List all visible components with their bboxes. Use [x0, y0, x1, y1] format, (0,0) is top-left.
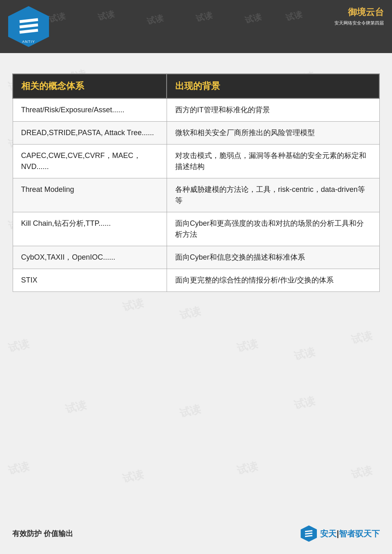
pw-25: 试读 [350, 328, 374, 347]
brand-name: 御境云台 [334, 6, 384, 18]
footer-brand-text: 安天|智者驭天下 [320, 528, 380, 539]
col1-header: 相关的概念体系 [13, 74, 167, 98]
pw-27: 试读 [178, 402, 202, 421]
table-row: DREAD,STRIDE,PASTA, Attack Tree......微软和… [13, 122, 379, 145]
footer-logo-icon [301, 525, 317, 542]
antiy-logo: ANTIY [8, 6, 49, 47]
footer-slogan: 有效防护 价值输出 [12, 529, 73, 538]
svg-line-3 [305, 531, 312, 532]
header-watermark-1: 试读 [48, 10, 67, 25]
svg-line-1 [20, 25, 38, 27]
pw-31: 试读 [235, 459, 259, 478]
table-cell-background: 各种威胁建模的方法论，工具，risk-centric，data-driven等等 [167, 178, 379, 212]
concept-table: 相关的概念体系 出现的背景 Threat/Risk/Exposure/Asset… [12, 73, 380, 292]
pw-32: 试读 [350, 463, 374, 482]
header-watermark-6: 试读 [285, 9, 303, 23]
table-row: Threat Modeling各种威胁建模的方法论，工具，risk-centri… [13, 178, 379, 212]
table-header-row: 相关的概念体系 出现的背景 [13, 74, 379, 98]
header-watermark-2: 试读 [97, 8, 116, 23]
pw-23: 试读 [235, 336, 259, 356]
header-watermark-3: 试读 [146, 12, 165, 27]
table-row: Kill Chain,钻石分析,TTP......面向Cyber和更高强度的攻击… [13, 212, 379, 246]
table-cell-background: 微软和相关安全厂商所推出的风险管理模型 [167, 122, 379, 145]
table-cell-concept: CAPEC,CWE,CVE,CVRF，MAEC，NVD...... [13, 145, 167, 178]
table-cell-concept: STIX [13, 269, 167, 292]
header-watermark-5: 试读 [244, 11, 263, 26]
pw-28: 试读 [292, 394, 316, 413]
col2-header: 出现的背景 [167, 74, 379, 98]
header: 试读 试读 试读 试读 试读 试读 ANTIY 御境云台 安天网络安全令牌第四届 [0, 0, 392, 53]
table-cell-background: 西方的IT管理和标准化的背景 [167, 98, 379, 122]
table-row: Threat/Risk/Exposure/Asset......西方的IT管理和… [13, 98, 379, 122]
antiy-text: ANTIY [22, 40, 35, 44]
svg-line-2 [20, 30, 38, 32]
table-cell-concept: DREAD,STRIDE,PASTA, Attack Tree...... [13, 122, 167, 145]
svg-line-4 [305, 533, 312, 534]
pw-22: 试读 [7, 336, 31, 356]
pw-24: 试读 [292, 345, 316, 364]
pw-26: 试读 [64, 398, 88, 417]
header-watermark-4: 试读 [195, 9, 214, 24]
table-cell-background: 对攻击模式，脆弱点，漏洞等各种基础的安全元素的标定和描述结构 [167, 145, 379, 178]
table-row: CAPEC,CWE,CVE,CVRF，MAEC，NVD......对攻击模式，脆… [13, 145, 379, 178]
table-row: STIX面向更完整的综合性的情报分析/作业/交换的体系 [13, 269, 379, 292]
svg-line-0 [20, 20, 38, 22]
table-cell-concept: Threat/Risk/Exposure/Asset...... [13, 98, 167, 122]
footer-brand-main: 安天 [320, 529, 336, 538]
table-cell-concept: Kill Chain,钻石分析,TTP...... [13, 212, 167, 246]
table-cell-background: 面向Cyber和信息交换的描述和标准体系 [167, 246, 379, 269]
table-cell-concept: Threat Modeling [13, 178, 167, 212]
header-brand: 御境云台 安天网络安全令牌第四届 [334, 6, 384, 26]
table-row: CybOX,TAXII，OpenIOC......面向Cyber和信息交换的描述… [13, 246, 379, 269]
table-cell-concept: CybOX,TAXII，OpenIOC...... [13, 246, 167, 269]
pw-21: 试读 [178, 304, 202, 323]
svg-line-5 [305, 536, 312, 536]
pw-29: 试读 [7, 459, 31, 478]
brand-sub: 安天网络安全令牌第四届 [334, 20, 384, 26]
footer-brand-sub: 智者驭天下 [339, 529, 380, 538]
table-cell-background: 面向更完整的综合性的情报分析/作业/交换的体系 [167, 269, 379, 292]
pw-20: 试读 [121, 296, 145, 315]
table-cell-background: 面向Cyber和更高强度的攻击和对抗的场景的分析工具和分析方法 [167, 212, 379, 246]
footer: 有效防护 价值输出 安天|智者驭天下 [0, 525, 392, 542]
footer-brand: 安天|智者驭天下 [301, 525, 380, 542]
pw-30: 试读 [121, 467, 145, 486]
